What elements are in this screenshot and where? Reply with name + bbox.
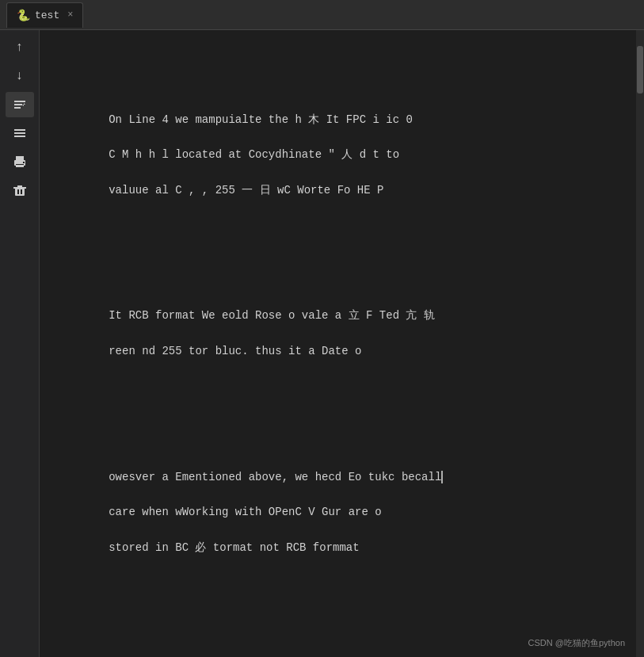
wrap-button[interactable] xyxy=(6,92,34,117)
svg-rect-5 xyxy=(14,136,25,137)
editor-area[interactable]: On Line 4 we mampuialte the h 木 It FPC i… xyxy=(40,30,636,657)
watermark: CSDN @吃猫的鱼python xyxy=(528,637,625,649)
main-container: ↑ ↓ xyxy=(0,30,644,657)
delete-button[interactable] xyxy=(6,178,34,203)
line-3-3: stored in BC 必 tormat not RCB formmat xyxy=(109,541,359,554)
print-icon xyxy=(13,155,27,169)
scroll-thumb[interactable] xyxy=(637,46,643,94)
python-icon: 🐍 xyxy=(17,9,30,22)
line-1-3: valuue al C , , 255 一 日 wC Worte Fo HE P xyxy=(109,184,383,197)
line-3-1: owesver a Ementioned above, we hecd Eo t… xyxy=(109,471,443,483)
line-2-1: It RCB format We eold Rose o vale a 立 F … xyxy=(109,309,435,322)
svg-rect-2 xyxy=(14,107,21,109)
align-button[interactable] xyxy=(6,120,34,146)
svg-rect-1 xyxy=(14,104,22,105)
tab-close-button[interactable]: × xyxy=(67,10,73,21)
svg-rect-9 xyxy=(16,165,24,167)
tab-test[interactable]: 🐍 test × xyxy=(6,2,83,28)
right-scrollbar[interactable] xyxy=(636,30,644,657)
title-bar: 🐍 test × xyxy=(0,0,644,30)
tab-label: test xyxy=(35,10,59,21)
svg-rect-10 xyxy=(23,162,25,163)
delete-icon xyxy=(13,183,27,197)
line-3-2: care when wWorking with OPenC V Gur are … xyxy=(109,506,381,518)
scroll-down-button[interactable]: ↓ xyxy=(6,63,34,89)
line-2-2: reen nd 255 tor bluc. thus it a Date o xyxy=(109,345,361,357)
editor-content: On Line 4 we mampuialte the h 木 It FPC i… xyxy=(55,40,623,657)
svg-rect-4 xyxy=(14,132,25,134)
wrap-icon xyxy=(13,97,27,112)
paragraph-1: On Line 4 we mampuialte the h 木 It FPC i… xyxy=(55,93,623,217)
text-cursor xyxy=(441,471,443,483)
svg-rect-13 xyxy=(13,187,26,189)
scroll-up-button[interactable]: ↑ xyxy=(6,35,34,60)
svg-rect-15 xyxy=(21,189,22,194)
svg-rect-3 xyxy=(14,129,25,131)
paragraph-2: It RCB format We eold Rose o vale a 立 F … xyxy=(55,289,623,378)
left-toolbar: ↑ ↓ xyxy=(0,30,40,657)
svg-rect-0 xyxy=(14,101,25,102)
align-icon xyxy=(13,126,27,140)
line-1-1: On Line 4 we mampuialte the h 木 It FPC i… xyxy=(109,113,413,126)
svg-rect-14 xyxy=(17,189,19,194)
paragraph-3: owesver a Ementioned above, we hecd Eo t… xyxy=(55,450,623,575)
print-button[interactable] xyxy=(6,149,34,174)
svg-rect-12 xyxy=(17,185,22,187)
svg-rect-6 xyxy=(16,156,24,160)
line-1-2: C M h h l located at Cocydhinate " 人 d t… xyxy=(109,148,399,161)
